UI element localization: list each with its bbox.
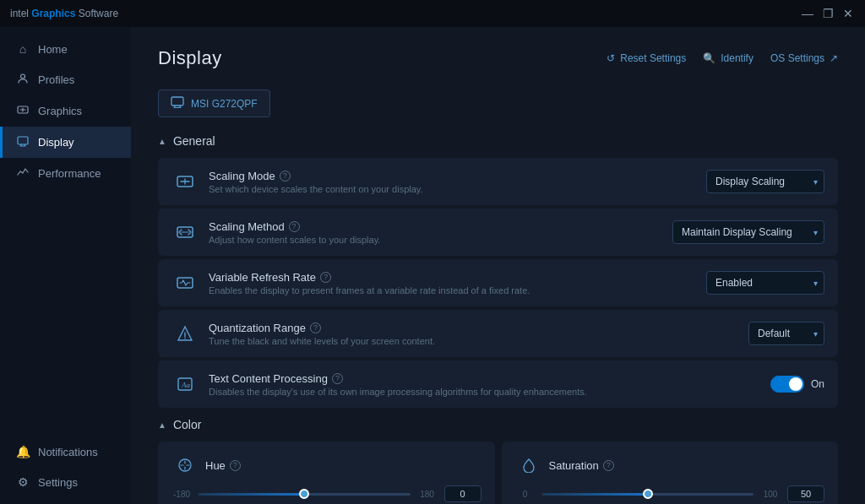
text-content-toggle-label: On [811,378,824,390]
performance-icon [16,166,30,181]
scaling-method-dropdown-wrapper[interactable]: Maintain Display Scaling Scale Full Scre… [672,220,824,244]
saturation-value-input[interactable] [787,485,824,502]
reset-settings-button[interactable]: ↺ Reset Settings [607,52,686,64]
quantization-range-setting: Quantization Range ? Tune the black and … [158,310,838,357]
quantization-help-icon[interactable]: ? [310,322,321,333]
sidebar-item-profiles[interactable]: Profiles [0,64,131,95]
hue-slider-thumb[interactable] [299,489,309,499]
external-link-icon: ↗ [830,52,838,64]
scaling-mode-dropdown-wrapper[interactable]: Display Scaling Full Screen Centered Asp… [706,170,824,193]
sidebar-item-graphics[interactable]: Graphics [0,95,131,127]
variable-refresh-help-icon[interactable]: ? [320,272,331,283]
quantization-dropdown[interactable]: Default Limited Full [748,322,824,345]
color-section-header[interactable]: ▲ Color [158,418,838,431]
variable-refresh-dropdown-wrapper[interactable]: Enabled Disabled [706,271,824,295]
saturation-slider-thumb[interactable] [643,489,653,499]
sidebar-bottom: 🔔 Notifications ⚙ Settings [0,436,131,504]
page-header: Display ↺ Reset Settings 🔍 Identify OS S… [158,47,838,69]
notifications-icon: 🔔 [16,445,30,458]
monitor-select-button[interactable]: MSI G272QPF [158,89,270,117]
svg-rect-3 [171,97,183,106]
saturation-max-label: 100 [760,490,781,499]
chevron-up-icon: ▲ [158,137,166,146]
scaling-method-label: Scaling Method [209,220,285,233]
sidebar-item-label: Notifications [38,446,98,458]
scaling-method-help-icon[interactable]: ? [289,221,300,232]
scaling-method-desc: Adjust how content scales to your displa… [209,235,380,245]
minimize-button[interactable]: — [801,7,814,20]
sidebar-item-label: Home [38,43,68,56]
saturation-min-label: 0 [515,490,536,499]
variable-refresh-setting: Variable Refresh Rate ? Enables the disp… [158,259,838,306]
scaling-method-icon [171,219,199,246]
app-body: ⌂ Home Profiles Graphics Display Perfo [0,27,865,504]
window-controls[interactable]: — ❐ ✕ [801,7,855,20]
variable-refresh-dropdown[interactable]: Enabled Disabled [706,271,824,295]
sidebar-item-label: Settings [38,476,78,489]
os-settings-button[interactable]: OS Settings ↗ [770,52,838,64]
scaling-mode-desc: Set which device scales the content on y… [209,184,423,194]
general-section-header[interactable]: ▲ General [158,134,838,148]
hue-icon [171,452,199,479]
identify-icon: 🔍 [703,52,715,64]
hue-slider[interactable] [199,493,411,496]
hue-slider-fill [199,493,304,496]
main-content: Display ↺ Reset Settings 🔍 Identify OS S… [131,27,865,504]
color-grid: Hue ? -180 180 [158,442,838,504]
settings-icon: ⚙ [16,475,30,489]
sidebar-item-home[interactable]: ⌂ Home [0,34,131,64]
sidebar-item-label: Display [38,136,74,149]
hue-label: Hue [205,459,226,472]
scaling-mode-setting: Scaling Mode ? Set which device scales t… [158,158,838,205]
scaling-mode-icon [171,168,199,195]
text-content-desc: Disables the display's use of its own im… [209,387,587,397]
scaling-mode-label: Scaling Mode [209,170,275,182]
hue-value-input[interactable] [444,485,481,502]
page-title: Display [158,47,222,69]
chevron-up-icon: ▲ [158,420,166,430]
color-section-title: Color [173,418,201,431]
text-content-toggle[interactable] [770,376,804,393]
quantization-label: Quantization Range [209,322,306,334]
saturation-label: Saturation [549,459,599,472]
sidebar-item-label: Performance [38,167,101,180]
quantization-desc: Tune the black and white levels of your … [209,336,435,346]
header-actions: ↺ Reset Settings 🔍 Identify OS Settings … [607,52,838,64]
text-content-help-icon[interactable]: ? [332,373,343,384]
variable-refresh-icon [171,269,199,296]
monitor-icon [171,95,184,111]
saturation-slider[interactable] [542,493,754,496]
svg-text:Aa: Aa [181,381,190,389]
variable-refresh-desc: Enables the display to present frames at… [209,285,530,295]
sidebar-item-performance[interactable]: Performance [0,158,131,189]
sidebar-item-notifications[interactable]: 🔔 Notifications [0,436,131,467]
svg-rect-2 [18,137,28,144]
maximize-button[interactable]: ❐ [821,7,835,20]
close-button[interactable]: ✕ [841,7,855,20]
quantization-icon [171,320,199,347]
text-content-toggle-wrapper: On [770,376,824,393]
identify-button[interactable]: 🔍 Identify [703,52,753,64]
display-icon [16,135,30,149]
saturation-icon [515,452,542,479]
svg-point-0 [21,74,25,79]
sidebar-item-label: Graphics [38,105,82,117]
scaling-mode-dropdown[interactable]: Display Scaling Full Screen Centered Asp… [706,170,824,193]
sidebar-item-settings[interactable]: ⚙ Settings [0,467,131,497]
scaling-method-dropdown[interactable]: Maintain Display Scaling Scale Full Scre… [672,220,824,244]
saturation-card: Saturation ? 0 100 [502,442,839,504]
quantization-dropdown-wrapper[interactable]: Default Limited Full [748,322,824,345]
hue-help-icon[interactable]: ? [230,460,241,471]
scaling-method-setting: Scaling Method ? Adjust how content scal… [158,209,838,256]
text-content-icon: Aa [171,371,199,398]
title-bar-brand: intel Graphics Software [10,8,118,19]
saturation-help-icon[interactable]: ? [603,460,614,471]
saturation-slider-row: 0 100 [515,485,825,502]
hue-min-label: -180 [171,490,192,499]
variable-refresh-label: Variable Refresh Rate [209,271,316,284]
hue-card: Hue ? -180 180 [158,442,495,504]
scaling-mode-help-icon[interactable]: ? [280,171,291,182]
sidebar-item-display[interactable]: Display [0,127,131,158]
intel-logo: intel Graphics Software [10,8,118,19]
sidebar: ⌂ Home Profiles Graphics Display Perfo [0,27,131,504]
